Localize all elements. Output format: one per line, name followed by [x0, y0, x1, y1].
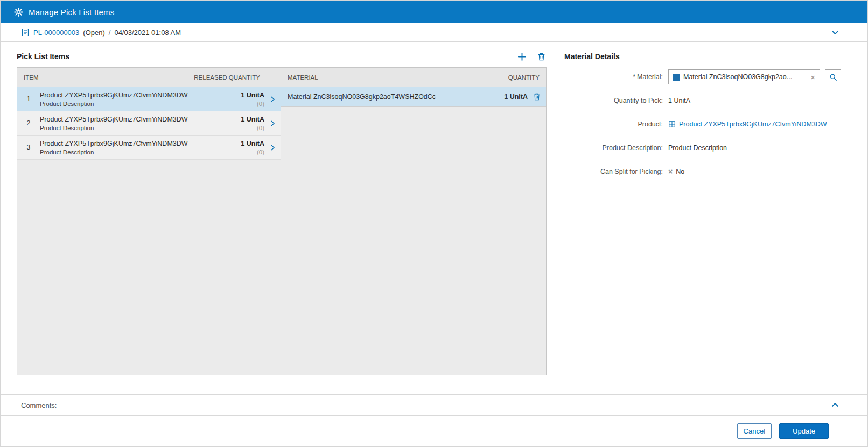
delete-material-button[interactable] — [533, 93, 541, 101]
pick-list-tables: ITEM RELEASED QUANTITY 1 Product ZYXP5Tp… — [17, 67, 547, 375]
collapse-comments-button[interactable] — [830, 400, 841, 410]
row-detail-chevron[interactable] — [264, 96, 281, 103]
materials-table-empty-area — [281, 107, 546, 375]
column-header-item: ITEM — [24, 74, 38, 81]
material-quantity: 1 UnitA — [504, 93, 528, 101]
can-split-label: Can Split for Picking: — [564, 168, 668, 175]
search-icon — [829, 73, 837, 81]
item-released-quantity-sub: (0) — [241, 125, 264, 131]
material-field-label: *Material: — [564, 73, 668, 81]
quantity-to-pick-label: Quantity to Pick: — [564, 97, 668, 104]
clear-icon[interactable]: × — [810, 73, 816, 81]
product-grid-icon — [668, 120, 676, 128]
pick-list-items-toolbar: Pick List Items — [17, 48, 547, 65]
product-row: Product: Product ZYXP5Tprbx9GjKUmz7CfvmY… — [564, 117, 846, 132]
pick-list-item-row[interactable]: 1 Product ZYXP5Tprbx9GjKUmz7CfvmYiNDM3DW… — [17, 87, 281, 111]
picklist-number-link[interactable]: PL-000000003 — [33, 29, 79, 37]
cancel-button[interactable]: Cancel — [737, 423, 772, 439]
trash-icon — [533, 93, 541, 101]
row-detail-chevron[interactable] — [264, 144, 281, 151]
no-x-icon: × — [668, 168, 673, 175]
update-button[interactable]: Update — [779, 423, 829, 439]
pick-list-item-row[interactable]: 2 Product ZYXP5Tprbx9GjKUmz7CfvmYiNDM3DW… — [17, 111, 281, 136]
app-window: Manage Pick List Items PL-000000003 (Ope… — [0, 0, 868, 447]
chevron-right-icon — [269, 96, 276, 103]
item-number: 3 — [17, 144, 40, 151]
gear-icon — [14, 8, 23, 17]
product-value: Product ZYXP5Tprbx9GjKUmz7CfvmYiNDM3DW — [668, 120, 827, 128]
column-header-quantity: QUANTITY — [508, 74, 540, 81]
product-description-label: Product Description: — [564, 144, 668, 152]
plus-icon — [517, 52, 527, 61]
chevron-down-icon — [831, 28, 839, 37]
item-released-quantity: 1 UnitA — [241, 116, 264, 123]
picklist-summary-bar: PL-000000003 (Open) / 04/03/2021 01:08 A… — [1, 23, 867, 42]
main-content: Pick List Items — [1, 42, 867, 394]
material-search-button[interactable] — [825, 69, 841, 84]
items-table-header: ITEM RELEASED QUANTITY — [17, 68, 281, 87]
picklist-document-icon — [21, 28, 30, 37]
column-header-material: MATERIAL — [288, 74, 318, 81]
material-field-value: Material ZnC3isoqNO03G8gkp2ao... × — [668, 69, 841, 84]
product-label: Product: — [564, 120, 668, 128]
picklist-timestamp: 04/03/2021 01:08 AM — [114, 29, 181, 37]
product-description-row: Product Description: Product Description — [564, 140, 846, 155]
page-title: Manage Pick List Items — [29, 8, 114, 17]
item-product-name: Product ZYXP5Tprbx9GjKUmz7CfvmYiNDM3DW — [40, 116, 236, 123]
item-product-cell: Product ZYXP5Tprbx9GjKUmz7CfvmYiNDM3DW P… — [40, 91, 241, 107]
chevron-right-icon — [269, 144, 276, 151]
item-released-quantity-cell: 1 UnitA (0) — [241, 116, 264, 131]
comments-label: Comments: — [21, 401, 57, 409]
trash-icon — [537, 52, 545, 61]
chevron-right-icon — [269, 120, 276, 127]
chevron-up-icon — [831, 401, 839, 409]
app-header: Manage Pick List Items — [1, 1, 867, 23]
comments-bar: Comments: — [1, 394, 867, 416]
pick-list-item-row[interactable]: 3 Product ZYXP5Tprbx9GjKUmz7CfvmYiNDM3DW… — [17, 136, 281, 160]
items-table: ITEM RELEASED QUANTITY 1 Product ZYXP5Tp… — [17, 68, 281, 375]
items-table-empty-area — [17, 160, 281, 375]
pick-list-items-section: Pick List Items — [17, 48, 547, 394]
item-product-cell: Product ZYXP5Tprbx9GjKUmz7CfvmYiNDM3DW P… — [40, 116, 241, 131]
product-link[interactable]: Product ZYXP5Tprbx9GjKUmz7CfvmYiNDM3DW — [679, 120, 827, 128]
row-detail-chevron[interactable] — [264, 120, 281, 127]
item-released-quantity-sub: (0) — [241, 149, 264, 155]
column-header-released-quantity: RELEASED QUANTITY — [194, 74, 260, 81]
item-product-description: Product Description — [40, 125, 236, 131]
pick-list-items-title: Pick List Items — [17, 52, 69, 61]
quantity-to-pick-value: 1 UnitA — [668, 97, 690, 104]
footer-actions: Cancel Update — [1, 416, 867, 446]
material-name: Material ZnC3isoqNO03G8gkp2aoT4WSHZOdCc — [288, 93, 436, 101]
delete-item-button[interactable] — [536, 51, 547, 62]
required-marker: * — [633, 73, 635, 81]
item-product-name: Product ZYXP5Tprbx9GjKUmz7CfvmYiNDM3DW — [40, 140, 236, 147]
product-description-value: Product Description — [668, 144, 727, 152]
breadcrumb-separator: / — [109, 29, 111, 37]
item-number: 1 — [17, 95, 40, 103]
item-released-quantity: 1 UnitA — [241, 140, 264, 147]
can-split-value: × No — [668, 168, 684, 175]
item-released-quantity: 1 UnitA — [241, 91, 264, 99]
material-row[interactable]: Material ZnC3isoqNO03G8gkp2aoT4WSHZOdCc … — [281, 87, 546, 107]
materials-table: MATERIAL QUANTITY Material ZnC3isoqNO03G… — [281, 68, 546, 375]
picklist-status: (Open) — [83, 29, 104, 37]
item-product-description: Product Description — [40, 101, 236, 107]
material-field-row: *Material: Material ZnC3isoqNO03G8gkp2ao… — [564, 69, 846, 84]
quantity-to-pick-row: Quantity to Pick: 1 UnitA — [564, 93, 846, 108]
add-item-button[interactable] — [516, 51, 528, 62]
material-combobox-value: Material ZnC3isoqNO03G8gkp2ao... — [683, 73, 806, 81]
item-number: 2 — [17, 119, 40, 127]
can-split-text: No — [676, 168, 684, 175]
material-details-title: Material Details — [564, 52, 846, 61]
material-details-section: Material Details *Material: Material ZnC… — [564, 48, 846, 394]
collapse-summary-button[interactable] — [830, 27, 841, 38]
can-split-row: Can Split for Picking: × No — [564, 164, 846, 179]
materials-table-header: MATERIAL QUANTITY — [281, 68, 546, 87]
item-released-quantity-cell: 1 UnitA (0) — [241, 140, 264, 155]
item-product-name: Product ZYXP5Tprbx9GjKUmz7CfvmYiNDM3DW — [40, 91, 236, 99]
item-released-quantity-sub: (0) — [241, 101, 264, 107]
item-released-quantity-cell: 1 UnitA (0) — [241, 91, 264, 107]
material-combobox[interactable]: Material ZnC3isoqNO03G8gkp2ao... × — [668, 69, 820, 84]
material-swatch-icon — [673, 74, 680, 81]
item-product-cell: Product ZYXP5Tprbx9GjKUmz7CfvmYiNDM3DW P… — [40, 140, 241, 155]
